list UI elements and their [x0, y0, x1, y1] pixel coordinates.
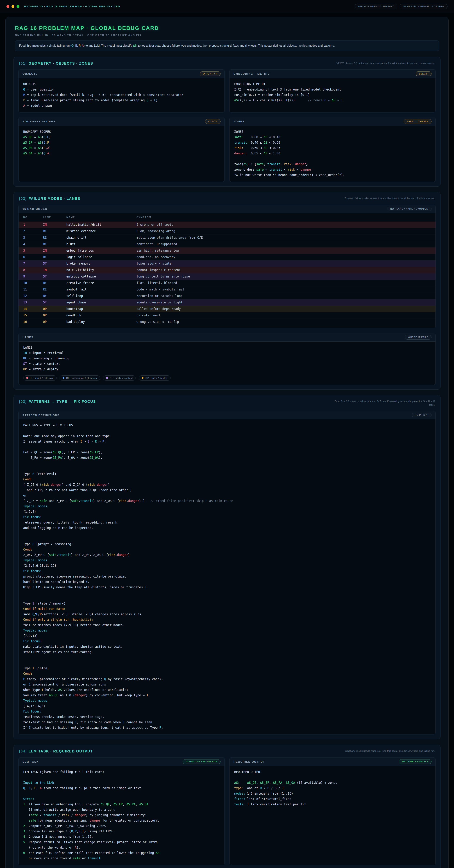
code-line: Typical modes: — [23, 503, 431, 509]
titlebar-pill-1[interactable]: SEMANTIC FIREWALL FOR RAG — [400, 4, 448, 9]
panel-objects-head: OBJECTS Q / E / P / A — [19, 70, 225, 78]
section-title: [01]GEOMETRY · OBJECTS · ZONES — [19, 61, 93, 65]
mode-lane: RE — [43, 288, 66, 291]
mode-row-6: 6RElogic collapsedead-end, no recovery — [19, 254, 435, 260]
panel-rag-modes: 16 RAG MODES NO / LANE / NAME / SYMPTOM … — [18, 205, 436, 328]
code-line: Q = user question — [23, 87, 220, 92]
mode-name: hallucination/drift — [66, 223, 136, 226]
code-line: OBJECTS — [23, 81, 220, 87]
code-line: {1,5,8} — [23, 509, 431, 514]
main-sheet: RAG 16 PROBLEM MAP · GLOBAL DEBUG CARD O… — [5, 17, 449, 868]
required-output-code-block: REQUIRED OUTPUT ΔS: ΔS_QE, ΔS_EP, ΔS_PA,… — [229, 766, 435, 811]
column-header-symptom: SYMPTOM — [136, 216, 431, 218]
mode-no: 3 — [23, 236, 43, 239]
lane-dot-icon — [63, 377, 64, 379]
panel-pattern-definitions-head: PATTERN DEFINITIONS R / P / S / I — [19, 411, 435, 419]
code-line: zone_order: safe < transit < risk < dang… — [234, 167, 431, 172]
code-line: E empty, placeholder or clearly mismatch… — [23, 676, 431, 682]
panel-label: PATTERN DEFINITIONS — [23, 413, 60, 416]
code-line: 1. If you have an embedding tool, comput… — [23, 802, 220, 807]
mode-symptom: circular wait — [136, 313, 431, 317]
code-line: BOUNDARY SCORES — [23, 129, 220, 134]
code-line: If not, directly assign each boundary to… — [23, 807, 220, 812]
mode-lane: IN — [43, 268, 66, 272]
panel-llm-task-head: LLM TASK GIVEN ONE FAILING RUN — [19, 757, 225, 766]
section-title-text: FAILURE MODES · LANES — [29, 196, 80, 200]
code-line: safe for near-identical meaning, danger … — [23, 818, 220, 823]
mode-symptom: E ok, reasoning wrong — [136, 229, 431, 233]
mode-lane: RE — [43, 294, 66, 298]
code-line: If several types match, prefer I > S > R… — [23, 439, 431, 444]
minimize-window-button[interactable] — [11, 5, 14, 8]
mode-symptom: confident, unsupported — [136, 242, 431, 246]
code-line: retriever: query, filters, top-k, embedd… — [23, 520, 431, 525]
maximize-window-button[interactable] — [17, 5, 20, 8]
mode-row-11: 11REsymbol failcode / math / symbols fai… — [19, 286, 435, 293]
mode-no: 6 — [23, 255, 43, 259]
mode-no: 1 — [23, 223, 43, 226]
code-line: Cond: — [23, 671, 431, 676]
code-line: High Z_EP usually means the template dis… — [23, 585, 431, 590]
mode-symptom: recursion or paradox loop — [136, 294, 431, 298]
close-window-button[interactable] — [6, 5, 9, 8]
code-line: Fix focus: — [23, 514, 431, 520]
code-line: and add logging so E can be inspected. — [23, 525, 431, 531]
code-line: Input to the LLM: — [23, 780, 220, 785]
mode-symptom: dead-end, no recovery — [136, 255, 431, 259]
code-line — [23, 590, 431, 595]
code-line: Type P (prompt / reasoning) — [23, 541, 431, 547]
code-line: A = model answer — [23, 103, 220, 108]
code-line: Cond: — [23, 547, 431, 552]
code-line: ST = state / context — [23, 361, 431, 366]
code-line — [23, 655, 431, 660]
mode-no: 14 — [23, 307, 43, 311]
panel-lanes: LANES WHERE IT FAILS LANESIN = input / r… — [18, 333, 436, 385]
code-line: (safe / transit / risk / danger) by judg… — [23, 812, 220, 818]
code-line: stabilize agent roles and turn-taking. — [23, 649, 431, 655]
section-geometry: [01]GEOMETRY · OBJECTS · ZONES Q/E/P/A o… — [13, 57, 441, 187]
code-line: Fix focus: — [23, 568, 431, 574]
mode-lane: RE — [43, 229, 66, 233]
mode-name: self-loop — [66, 294, 136, 298]
mode-name: agent chaos — [66, 301, 136, 304]
mode-no: 9 — [23, 275, 43, 278]
lane-chip-label: RE · reasoning / planning — [66, 377, 97, 379]
mode-row-4: 4REbluffconfident, unsupported — [19, 241, 435, 247]
code-line: Cond: — [23, 476, 431, 482]
llm-task-code-block: LLM TASK (given one failing run + this c… — [19, 766, 225, 865]
mode-lane: ST — [43, 301, 66, 304]
mode-name: misread evidence — [66, 229, 136, 233]
mode-symptom: code / math / symbols fail — [136, 288, 431, 291]
section-note: From four ΔS zones to failure type and f… — [334, 400, 435, 407]
code-line: Typical modes: — [23, 558, 431, 563]
titlebar-title: RAG-DEBUG · RAG 16 PROBLEM MAP · GLOBAL … — [24, 5, 120, 8]
section-geometry-header: [01]GEOMETRY · OBJECTS · ZONES Q/E/P/A o… — [18, 61, 436, 66]
panel-label: LANES — [23, 336, 33, 339]
code-line: 2. Compute Z_QE, Z_EP, Z_PA, Z_QA using … — [23, 823, 220, 829]
panel-llm-task: LLM TASK GIVEN ONE FAILING RUN LLM TASK … — [18, 757, 225, 865]
mode-row-13: 13STagent chaosagents overwrite or fight — [19, 299, 435, 306]
boundary-code-block: BOUNDARY SCORESΔS_QE = ΔS(Q,E)ΔS_EP = ΔS… — [19, 126, 225, 160]
panel-required-output-head: REQUIRED OUTPUT MACHINE-READABLE — [229, 757, 435, 766]
section-title-text: GEOMETRY · OBJECTS · ZONES — [29, 61, 93, 65]
code-line: Cond if only a single run (heuristic): — [23, 617, 431, 622]
code-line: safe: 0.00 ≤ ΔS < 0.40 — [234, 134, 431, 140]
lane-dot-icon — [142, 377, 143, 379]
panel-badge: Q / E / P / A — [200, 71, 221, 76]
code-line: ΔS_QA = ΔS(Q,A) — [23, 151, 220, 156]
code-line: failure matches modes {7,9,13} better th… — [23, 622, 431, 628]
code-line: Q, E, P, A from one failing run, plus th… — [23, 785, 220, 791]
mode-lane: RE — [43, 281, 66, 285]
mode-symptom: flat, literal, blocked — [136, 281, 431, 285]
code-line: Let Z_QE = zone(ΔS_QE), Z_EP = zone(ΔS_E… — [23, 450, 431, 455]
panel-required-output: REQUIRED OUTPUT MACHINE-READABLE REQUIRE… — [229, 757, 436, 865]
mode-row-1: 1INhallucination/driftE wrong or off-top… — [19, 221, 435, 228]
section-note: Q/E/P/A objects, ΔS metric and four boun… — [335, 61, 435, 65]
mode-name: no E visibility — [66, 268, 136, 272]
code-line — [23, 595, 431, 601]
code-line: ΔS_QE = ΔS(Q,E) — [23, 134, 220, 140]
mode-symptom: loses story / state — [136, 262, 431, 265]
mode-name: symbol fail — [66, 288, 136, 291]
titlebar-pill-0[interactable]: IMAGE-AS-DEBUG PROMPT — [355, 4, 397, 9]
code-line: readiness checks, smoke tests, version t… — [23, 714, 431, 719]
